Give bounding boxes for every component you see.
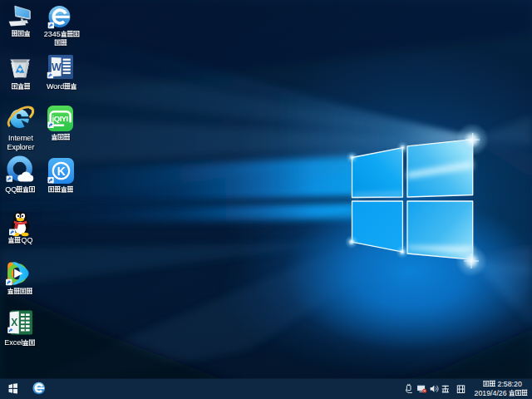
svg-text:2345: 2345 [44,30,61,38]
svg-text:W: W [52,62,62,73]
svg-text:Internet: Internet [8,134,33,142]
svg-text:2019/4/26: 2019/4/26 [475,389,507,397]
svg-text:Explorer: Explorer [7,143,35,151]
svg-text:Excel: Excel [4,338,22,347]
svg-text:2:58:20: 2:58:20 [498,380,522,388]
svg-text:iQIYI: iQIYI [52,114,68,123]
svg-text:QQ: QQ [21,236,32,244]
svg-text:X: X [11,317,17,328]
svg-text:Word: Word [47,82,64,91]
svg-text:QQ: QQ [5,185,17,194]
svg-text:K: K [57,165,66,178]
